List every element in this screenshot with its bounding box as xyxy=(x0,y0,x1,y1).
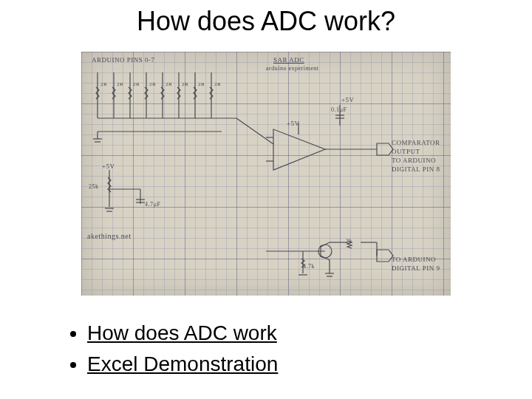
slide: How does ADC work? ARDUINO PINS 0-7 SAR … xyxy=(0,0,532,399)
r2r-4: 2R xyxy=(166,81,172,87)
svg-line-32 xyxy=(321,256,330,260)
schematic-photo: ARDUINO PINS 0-7 SAR ADC arduino experim… xyxy=(81,52,451,296)
r2r-7: 2R xyxy=(214,81,221,87)
svg-line-13 xyxy=(236,118,273,144)
r2r-0: 2R xyxy=(100,81,107,87)
link-excel-demo[interactable]: Excel Demonstration xyxy=(87,352,278,375)
r2r-5: 2R xyxy=(182,81,188,87)
r2r-3: 2R xyxy=(149,81,156,87)
link-how-adc-works[interactable]: How does ADC work xyxy=(87,321,277,344)
r2r-6: 2R xyxy=(198,81,205,87)
schematic-sketch xyxy=(81,52,451,296)
r2r-1: 2R xyxy=(117,81,123,87)
svg-line-31 xyxy=(321,242,330,247)
r2r-2: 2R xyxy=(133,81,140,87)
list-item: How does ADC work xyxy=(87,318,278,349)
list-item: Excel Demonstration xyxy=(87,349,278,380)
bullet-list: How does ADC work Excel Demonstration xyxy=(66,318,278,380)
page-title: How does ADC work? xyxy=(0,6,532,37)
